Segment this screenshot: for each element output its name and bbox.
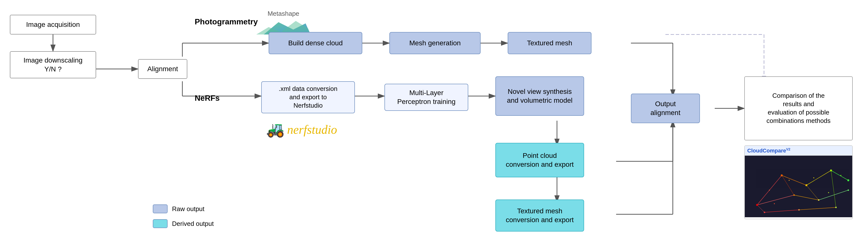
svg-point-49 <box>835 207 837 208</box>
xml-data-label: .xml data conversion and export to Nerfs… <box>279 85 337 110</box>
cloudcompare-header: CloudCompareV2 <box>745 146 852 156</box>
mlp-training-box: Multi-Layer Perceptron training <box>384 84 468 111</box>
alignment-box: Alignment <box>138 59 187 79</box>
svg-rect-25 <box>745 156 853 217</box>
svg-point-48 <box>798 209 800 211</box>
svg-point-52 <box>813 177 814 178</box>
nerfstudio-text: nerfstudio <box>287 122 337 137</box>
novel-view-label: Novel view synthesis and volumetric mode… <box>507 87 572 105</box>
cloudcompare-area: CloudCompareV2 <box>744 145 853 219</box>
alignment-label: Alignment <box>147 65 178 73</box>
svg-point-44 <box>793 194 795 196</box>
photogrammetry-label: Photogrammetry <box>195 17 258 26</box>
novel-view-box: Novel view synthesis and volumetric mode… <box>495 76 584 116</box>
metashape-text: Metashape <box>268 10 300 18</box>
textured-mesh-top-box: Textured mesh <box>508 32 591 54</box>
image-downscaling-label: Image downscaling Y/N ? <box>23 56 83 74</box>
legend-raw-label: Raw output <box>172 205 205 213</box>
svg-point-53 <box>840 175 841 176</box>
svg-point-40 <box>781 175 783 176</box>
xml-data-box: .xml data conversion and export to Nerfs… <box>261 81 355 113</box>
output-alignment-label: Output alignment <box>650 99 680 118</box>
svg-point-51 <box>788 180 789 181</box>
svg-point-45 <box>818 199 819 201</box>
comparison-box: Comparison of the results and evaluation… <box>744 76 853 140</box>
mesh-generation-box: Mesh generation <box>390 32 480 54</box>
build-dense-cloud-box: Build dense cloud <box>269 32 362 54</box>
svg-point-39 <box>756 204 758 206</box>
comparison-label: Comparison of the results and evaluation… <box>767 92 831 125</box>
point-cloud-export-box: Point cloud conversion and export <box>495 143 584 177</box>
build-dense-cloud-label: Build dense cloud <box>288 39 343 48</box>
textured-mesh-top-label: Textured mesh <box>527 39 572 48</box>
image-downscaling-box: Image downscaling Y/N ? <box>10 51 96 78</box>
nerfs-label: NeRFs <box>195 94 220 103</box>
mesh-generation-label: Mesh generation <box>409 39 461 48</box>
legend-derived-label: Derived output <box>172 220 214 227</box>
point-cloud-export-label: Point cloud conversion and export <box>506 151 574 169</box>
svg-point-50 <box>769 190 770 191</box>
textured-mesh-bottom-box: Textured mesh conversion and export <box>495 199 584 231</box>
cloudcompare-text: CloudCompareV2 <box>747 147 790 154</box>
legend-raw: Raw output <box>153 205 205 213</box>
output-alignment-box: Output alignment <box>631 94 700 123</box>
image-acquisition-label: Image acquisition <box>26 20 80 29</box>
textured-mesh-bottom-label: Textured mesh conversion and export <box>506 207 574 225</box>
diagram: Image acquisition Image downscaling Y/N … <box>0 0 868 250</box>
svg-point-55 <box>828 192 829 193</box>
mlp-training-label: Multi-Layer Perceptron training <box>397 88 456 106</box>
svg-point-42 <box>830 169 832 171</box>
svg-point-43 <box>847 179 849 181</box>
svg-point-46 <box>847 189 849 191</box>
svg-point-41 <box>805 184 807 186</box>
legend-derived-box <box>153 219 167 228</box>
image-acquisition-box: Image acquisition <box>10 15 96 34</box>
svg-point-47 <box>764 212 765 213</box>
legend-derived: Derived output <box>153 219 214 228</box>
legend-raw-box <box>153 205 167 213</box>
svg-point-54 <box>774 203 775 204</box>
nerfstudio-logo: 🚜 nerfstudio <box>266 121 337 138</box>
